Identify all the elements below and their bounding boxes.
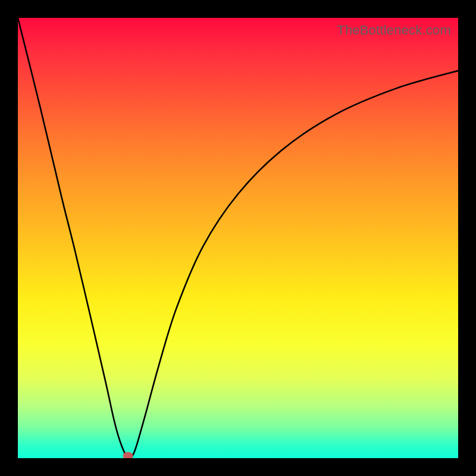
chart-frame: TheBottleneck.com <box>0 0 476 476</box>
bottleneck-curve <box>18 18 458 458</box>
minimum-marker <box>123 452 133 458</box>
plot-area: TheBottleneck.com <box>18 18 458 458</box>
curve-layer <box>18 18 458 458</box>
